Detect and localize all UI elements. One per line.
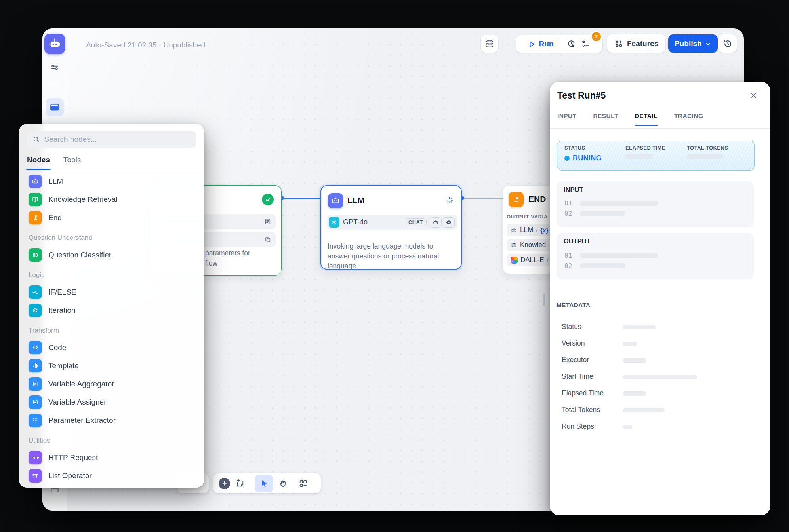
add-node-button[interactable]	[219, 478, 230, 489]
section-logic: Logic	[19, 267, 204, 283]
tab-nodes[interactable]: Nodes	[27, 156, 50, 170]
add-note-button[interactable]	[235, 478, 245, 488]
meta-label-executor: Executor	[562, 356, 589, 364]
run-button[interactable]: Run	[528, 40, 554, 48]
svg-text:{x}: {x}	[32, 382, 38, 386]
checklist-badge: 2	[592, 32, 601, 41]
app-logo[interactable]	[44, 34, 65, 54]
llm-node[interactable]: LLM GPT-4o CHAT	[320, 185, 462, 270]
node-search[interactable]	[27, 131, 196, 148]
knowledge-retrieval-icon	[29, 193, 42, 206]
input-card: INPUT 01 02	[557, 181, 754, 227]
llm-var-icon	[511, 227, 517, 234]
output-title: OUTPUT	[564, 238, 591, 245]
eye-icon	[446, 219, 452, 226]
svg-text:ENV: ENV	[486, 42, 493, 46]
node-selector-panel: Nodes Tools LLM Knowledge Retrieval	[19, 124, 204, 488]
end-icon	[29, 211, 42, 224]
chevron-down-icon	[705, 40, 711, 47]
node-item-code[interactable]: Code	[19, 338, 204, 357]
node-item-template[interactable]: Template	[19, 357, 204, 375]
node-panel-tabs: Nodes Tools	[27, 156, 81, 170]
autosave-status: Auto-Saved 21:02:35 · Unpublished	[86, 41, 205, 49]
canvas-toolbar	[213, 473, 321, 493]
play-icon	[528, 40, 536, 48]
panel-resize-handle[interactable]	[543, 294, 545, 306]
node-item-knowledge-retrieval[interactable]: Knowledge Retrieval	[19, 190, 204, 209]
close-icon[interactable]	[749, 91, 759, 101]
node-item-if-else[interactable]: IF/ELSE	[19, 283, 204, 301]
meta-skeleton	[623, 425, 632, 429]
plus-icon	[221, 480, 228, 486]
total-tokens-label: TOTAL TOKENS	[687, 145, 728, 151]
input-skeleton	[580, 211, 625, 216]
section-transform: Transform	[19, 323, 204, 338]
node-item-iteration[interactable]: Iteration	[19, 301, 204, 319]
sidebar-item-workflow[interactable]	[46, 98, 64, 116]
running-dot-icon	[564, 156, 570, 161]
var-label: DALL-E	[520, 256, 544, 264]
var-label: Knowled	[520, 241, 546, 249]
features-icon	[614, 39, 623, 48]
meta-label-version: Version	[562, 339, 585, 348]
llm-node-icon	[328, 193, 343, 208]
schedule-run-button[interactable]	[566, 39, 577, 49]
node-item-parameter-extractor[interactable]: Parameter Extractor	[19, 411, 204, 429]
tab-tools[interactable]: Tools	[63, 156, 81, 170]
organize-nodes-button[interactable]	[298, 478, 308, 488]
elapsed-skeleton	[625, 154, 653, 159]
question-classifier-icon	[29, 248, 42, 262]
topbar-separator	[503, 40, 503, 48]
workflow-settings-icon[interactable]	[50, 63, 59, 72]
model-name: GPT-4o	[343, 218, 405, 226]
node-item-variable-assigner[interactable]: {=} Variable Assigner	[19, 393, 204, 411]
dalle-var-icon	[511, 256, 518, 264]
toolbar-divider	[250, 478, 250, 488]
features-label: Features	[627, 39, 658, 48]
features-button[interactable]: Features	[607, 34, 665, 53]
history-button[interactable]	[718, 34, 737, 53]
env-button[interactable]: ENV	[481, 35, 498, 53]
tab-input[interactable]: INPUT	[557, 112, 577, 126]
end-node-title: END	[528, 194, 546, 204]
sidebar-divider	[48, 84, 62, 84]
run-status-card: STATUS RUNING ELAPSED TIME TOTAL TOKENS	[557, 141, 755, 171]
iteration-icon	[29, 304, 42, 317]
search-input[interactable]	[44, 135, 191, 144]
llm-node-description: Invoking large language models to answer…	[328, 241, 453, 271]
node-item-http-request[interactable]: HTTP HTTP Request	[19, 448, 204, 467]
node-item-question-classifier[interactable]: Question Classifier	[19, 246, 204, 264]
meta-skeleton	[623, 375, 697, 379]
test-run-title: Test Run#5	[557, 90, 606, 101]
model-selector[interactable]: GPT-4o CHAT	[327, 215, 457, 230]
output-skeleton	[580, 263, 625, 268]
input-skeleton	[580, 201, 658, 206]
node-item-llm[interactable]: LLM	[19, 172, 204, 190]
pointer-tool-button[interactable]	[255, 475, 273, 492]
if-else-icon	[29, 285, 42, 299]
llm-icon	[29, 175, 42, 188]
tab-detail[interactable]: DETAIL	[635, 112, 658, 126]
loading-spinner-icon	[445, 196, 454, 205]
node-item-variable-aggregator[interactable]: {x} Variable Aggregator	[19, 375, 204, 393]
meta-skeleton	[623, 391, 646, 396]
row-index: 01	[564, 252, 572, 259]
var-separator: /	[536, 227, 537, 234]
meta-skeleton	[623, 325, 656, 329]
tab-result[interactable]: RESULT	[593, 112, 618, 126]
node-list: LLM Knowledge Retrieval End Question Und…	[19, 172, 204, 485]
vision-badge	[443, 217, 455, 228]
robot-badge-icon	[433, 219, 439, 226]
checklist-button[interactable]	[581, 39, 591, 49]
var-label: LLM	[520, 226, 533, 234]
node-item-list-operator[interactable]: List Operator	[19, 467, 204, 485]
note-plus-icon	[235, 479, 245, 488]
variable-assigner-icon: {=}	[29, 395, 42, 409]
section-utilities: Utilities	[19, 433, 204, 448]
hand-tool-button[interactable]	[278, 478, 288, 488]
tab-tracing[interactable]: TRACING	[674, 112, 703, 126]
search-icon	[32, 135, 40, 144]
node-item-end[interactable]: End	[19, 209, 204, 227]
code-icon	[29, 341, 42, 354]
publish-button[interactable]: Publish	[668, 34, 718, 53]
